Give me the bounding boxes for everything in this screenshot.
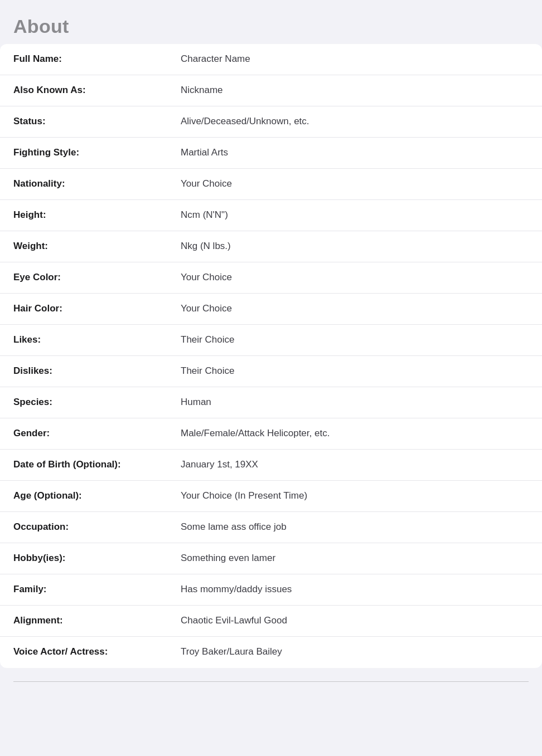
table-row: Status:Alive/Deceased/Unknown, etc.	[0, 106, 542, 138]
field-value: Male/Female/Attack Helicopter, etc.	[181, 426, 529, 440]
field-value: Something even lamer	[181, 551, 529, 565]
field-value: Nickname	[181, 83, 529, 97]
table-row: Voice Actor/ Actress:Troy Baker/Laura Ba…	[0, 637, 542, 668]
table-row: Fighting Style:Martial Arts	[0, 138, 542, 169]
field-label: Voice Actor/ Actress:	[13, 645, 181, 659]
field-value: Their Choice	[181, 333, 529, 347]
table-row: Full Name:Character Name	[0, 44, 542, 75]
page-container: About Full Name:Character NameAlso Known…	[0, 0, 542, 704]
table-row: Date of Birth (Optional):January 1st, 19…	[0, 450, 542, 481]
field-label: Hair Color:	[13, 301, 181, 315]
field-value: Character Name	[181, 52, 529, 66]
bottom-space	[0, 682, 542, 704]
field-value: Nkg (N lbs.)	[181, 239, 529, 253]
field-label: Date of Birth (Optional):	[13, 457, 181, 471]
field-value: Your Choice	[181, 270, 529, 284]
table-row: Dislikes:Their Choice	[0, 356, 542, 387]
table-row: Occupation:Some lame ass office job	[0, 512, 542, 543]
field-value: Has mommy/daddy issues	[181, 582, 529, 596]
field-label: Likes:	[13, 333, 181, 347]
field-label: Alignment:	[13, 613, 181, 627]
field-label: Hobby(ies):	[13, 551, 181, 565]
field-label: Also Known As:	[13, 83, 181, 97]
field-value: Human	[181, 395, 529, 409]
field-label: Fighting Style:	[13, 145, 181, 159]
field-value: Ncm (N'N")	[181, 208, 529, 222]
field-label: Species:	[13, 395, 181, 409]
field-label: Eye Color:	[13, 270, 181, 284]
table-row: Also Known As:Nickname	[0, 75, 542, 106]
field-value: Their Choice	[181, 364, 529, 378]
table-row: Family:Has mommy/daddy issues	[0, 574, 542, 606]
field-value: Your Choice	[181, 177, 529, 191]
table-row: Nationality:Your Choice	[0, 169, 542, 200]
table-row: Likes:Their Choice	[0, 325, 542, 356]
field-value: Your Choice	[181, 301, 529, 315]
field-value: Martial Arts	[181, 145, 529, 159]
field-label: Age (Optional):	[13, 489, 181, 503]
field-label: Family:	[13, 582, 181, 596]
page-title: About	[13, 16, 69, 37]
field-value: Some lame ass office job	[181, 520, 529, 534]
field-value: Chaotic Evil-Lawful Good	[181, 613, 529, 627]
field-value: Alive/Deceased/Unknown, etc.	[181, 114, 529, 128]
field-label: Height:	[13, 208, 181, 222]
field-label: Occupation:	[13, 520, 181, 534]
field-label: Dislikes:	[13, 364, 181, 378]
table-row: Gender:Male/Female/Attack Helicopter, et…	[0, 418, 542, 450]
about-card: Full Name:Character NameAlso Known As:Ni…	[0, 44, 542, 668]
table-row: Height:Ncm (N'N")	[0, 200, 542, 231]
field-value: Your Choice (In Present Time)	[181, 489, 529, 503]
field-value: Troy Baker/Laura Bailey	[181, 645, 529, 659]
field-label: Full Name:	[13, 52, 181, 66]
field-label: Weight:	[13, 239, 181, 253]
table-row: Species:Human	[0, 387, 542, 418]
field-label: Nationality:	[13, 177, 181, 191]
table-row: Hair Color:Your Choice	[0, 294, 542, 325]
field-label: Status:	[13, 114, 181, 128]
field-label: Gender:	[13, 426, 181, 440]
table-row: Age (Optional):Your Choice (In Present T…	[0, 481, 542, 512]
table-row: Weight:Nkg (N lbs.)	[0, 231, 542, 262]
table-row: Hobby(ies):Something even lamer	[0, 543, 542, 574]
field-value: January 1st, 19XX	[181, 457, 529, 471]
section-header: About	[0, 0, 542, 44]
table-row: Alignment:Chaotic Evil-Lawful Good	[0, 606, 542, 637]
table-row: Eye Color:Your Choice	[0, 262, 542, 294]
